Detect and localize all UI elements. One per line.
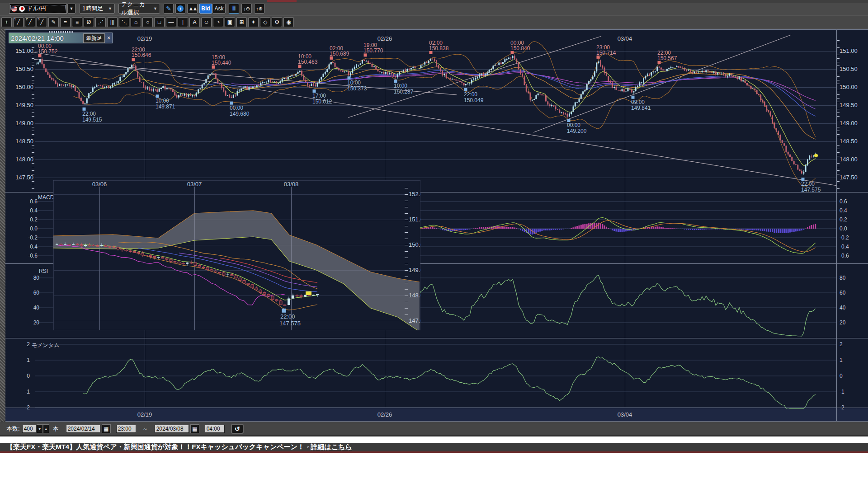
svg-text:09:00: 09:00: [631, 99, 645, 105]
svg-text:150.463: 150.463: [298, 59, 318, 65]
to-calendar-button[interactable]: ▦: [190, 424, 199, 433]
svg-text:147.50: 147.50: [840, 174, 858, 181]
swing-annotations: 00:00150.75222:00149.51522:00150.64610:0…: [38, 40, 821, 193]
svg-text:00:00: 00:00: [230, 105, 243, 111]
inset-low-price: 147.575: [279, 320, 301, 327]
from-time-input[interactable]: [116, 425, 136, 433]
from-date-input[interactable]: [66, 425, 100, 433]
gann-fan-icon: ⋱: [122, 19, 127, 25]
tool-paste-button[interactable]: ⊞: [236, 17, 247, 27]
fibo-circle-icon: Ø: [87, 19, 91, 25]
tag-close-icon[interactable]: ×: [107, 35, 110, 41]
tool-trendline-2-button[interactable]: ╱2: [25, 17, 35, 27]
technical-select[interactable]: テクニカル選択 ▼: [118, 4, 160, 14]
banner-detail-link[interactable]: 詳細はこちら: [311, 443, 352, 451]
horizontal-lines-icon: ≡: [75, 19, 79, 25]
icon-stamp-icon: ☺: [203, 19, 209, 25]
tool-ellipse-button[interactable]: ○: [142, 17, 153, 27]
chart-style-button[interactable]: ▲▲: [187, 4, 198, 14]
svg-text:03/07: 03/07: [187, 181, 202, 188]
tool-gann-fan-button[interactable]: ⋱: [119, 17, 129, 27]
tool-rectangle-button[interactable]: □: [154, 17, 165, 27]
eraser-icon: ◇: [263, 19, 267, 25]
from-calendar-button[interactable]: ▦: [102, 424, 111, 433]
tool-horizontal-lines-button[interactable]: ≡: [72, 17, 82, 27]
apply-range-button[interactable]: ↺: [231, 424, 244, 434]
candle-chart-icon: ⅲ: [232, 5, 236, 12]
svg-text:150.012: 150.012: [312, 99, 332, 105]
tool-vertical-line-button[interactable]: |: [178, 17, 188, 27]
count-spin-up[interactable]: ▲: [43, 424, 49, 433]
jp-flag-icon: [19, 6, 25, 12]
svg-text:150.00: 150.00: [840, 84, 858, 90]
tool-fibo-circle-button[interactable]: Ø: [84, 17, 94, 27]
tool-badge: 1: [14, 17, 16, 21]
currency-pair-selector[interactable]: ドル/円: [9, 4, 67, 14]
tag-drag-handle[interactable]: [49, 31, 74, 33]
tool-trendline-3-button[interactable]: ╱3: [37, 17, 47, 27]
svg-text:1: 1: [840, 357, 843, 363]
pair-dropdown-arrow[interactable]: ▼: [67, 4, 75, 14]
tool-parallel-lines-button[interactable]: =: [60, 17, 71, 27]
candle-zoom-button[interactable]: ⅲ: [229, 4, 239, 14]
zoom-inset-window[interactable]: 22:00147.575152.00151.00150.00149.00148.…: [53, 180, 420, 330]
tool-eraser-button[interactable]: ◇: [260, 17, 270, 27]
tool-trendline-1-button[interactable]: ╱1: [13, 17, 24, 27]
tool-text-button[interactable]: A: [189, 17, 200, 27]
bollinger-bands: [73, 42, 816, 187]
tool-pointer-button[interactable]: ✦: [248, 17, 259, 27]
settings-icon: ⚙: [274, 19, 279, 25]
horizontal-line-icon: —: [169, 19, 174, 25]
svg-text:20: 20: [33, 319, 40, 326]
svg-text:22:00: 22:00: [801, 181, 815, 187]
trendlines[interactable]: [32, 35, 836, 186]
date-strip: [5, 408, 868, 422]
svg-text:150.838: 150.838: [429, 45, 449, 52]
svg-text:150.00: 150.00: [15, 84, 33, 90]
tool-icon-stamp-button[interactable]: ☺: [201, 17, 212, 27]
tool-magnet-button[interactable]: ◉: [283, 17, 294, 27]
tool-copy-button[interactable]: ▣: [225, 17, 235, 27]
svg-text:149.841: 149.841: [631, 105, 651, 111]
svg-text:-1: -1: [25, 389, 30, 395]
count-input[interactable]: [22, 425, 37, 433]
latest-bar-button[interactable]: 最新足: [83, 33, 105, 43]
momentum-label: モメンタム: [32, 342, 59, 348]
range-control-bar: 本数: ▼ ▲ 本 ▦ ～ ▦ ↺: [0, 422, 868, 436]
svg-text:02/19: 02/19: [137, 35, 152, 42]
count-spin-down[interactable]: ▼: [37, 424, 43, 433]
info-button[interactable]: i: [175, 4, 185, 14]
svg-text:10:00: 10:00: [347, 80, 361, 86]
tool-clock-button[interactable]: ◔: [213, 17, 223, 27]
tool-settings-button[interactable]: ⚙: [272, 17, 282, 27]
svg-text:-0.2: -0.2: [28, 235, 38, 241]
vertical-line-icon: |: [182, 19, 184, 25]
svg-text:-0.6: -0.6: [28, 253, 38, 259]
svg-text:150.287: 150.287: [394, 89, 414, 95]
svg-text:150.840: 150.840: [510, 45, 530, 52]
svg-text:1: 1: [27, 357, 30, 363]
svg-text:149.00: 149.00: [840, 120, 858, 127]
to-time-input[interactable]: [205, 425, 225, 433]
zoom-in-button[interactable]: ↑⊕: [254, 4, 264, 14]
svg-text:60: 60: [33, 290, 40, 296]
campaign-banner: 【楽天FX・楽天MT4】人気通貨ペア・新興国通貨が対象！！FXキャッシュバックキ…: [0, 443, 868, 453]
chevron-down-icon: ▼: [153, 6, 157, 11]
tool-pentagon-button[interactable]: ⌂: [131, 17, 141, 27]
draw-pencil-button[interactable]: ✎: [164, 4, 174, 14]
tool-fibo-fan-button[interactable]: ⋰: [95, 17, 106, 27]
tool-horizontal-line-button[interactable]: —: [166, 17, 176, 27]
tool-fibo-timezones-button[interactable]: |||: [107, 17, 118, 27]
svg-text:-0.6: -0.6: [840, 253, 849, 259]
svg-text:0.6: 0.6: [30, 198, 38, 205]
crosshair-info-tag[interactable]: 2024/02/21 14:00 最新足 ×: [9, 33, 113, 43]
unit-label: 本: [53, 425, 59, 433]
tool-ruler-button[interactable]: ✎: [48, 17, 59, 27]
timeframe-select[interactable]: 1時間足 ▼: [80, 4, 115, 14]
to-date-input[interactable]: [155, 425, 189, 433]
ask-button[interactable]: Ask: [212, 4, 226, 14]
zoom-out-button[interactable]: ↓⊖: [241, 4, 252, 14]
tool-crosshair-button[interactable]: +: [1, 17, 12, 27]
mountain-icon: ▲▲: [189, 5, 197, 12]
bid-button[interactable]: Bid: [199, 4, 212, 14]
